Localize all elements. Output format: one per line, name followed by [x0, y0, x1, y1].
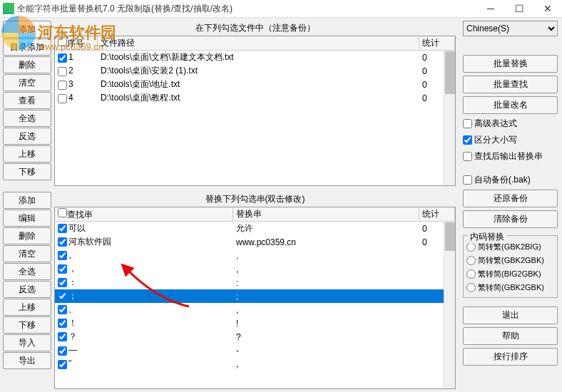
batch-rename-button[interactable]: 批量改名	[463, 96, 558, 114]
cell-replace: ?	[233, 332, 419, 342]
row-checkbox[interactable]	[58, 360, 67, 369]
close-button[interactable]: ✕	[533, 0, 562, 18]
auto-backup-checkbox[interactable]: 自动备份(.bak)	[463, 173, 558, 187]
row-checkbox[interactable]	[58, 319, 67, 328]
file-scrollbar[interactable]	[444, 51, 455, 185]
cell-path: D:\tools\桌面\教程.txt	[98, 92, 419, 104]
table-row[interactable]: ，,	[55, 262, 455, 276]
file-select-all-checkbox[interactable]	[58, 37, 67, 46]
cell-replace: ;	[233, 292, 419, 301]
replace-button-column: 添加编辑删除清空全选反选上移下移导入导出	[0, 189, 54, 392]
file-clear-button[interactable]: 清空	[3, 74, 51, 91]
cell-replace: .	[233, 251, 419, 261]
table-row[interactable]: —-	[55, 344, 455, 357]
file-delete-button[interactable]: 删除	[3, 56, 51, 73]
replace-move-down-button[interactable]: 下移	[3, 316, 51, 334]
table-row[interactable]: ？?	[55, 330, 455, 344]
app-icon	[3, 3, 14, 14]
minimize-button[interactable]: ─	[476, 0, 505, 18]
clear-backup-button[interactable]: 清除备份	[463, 210, 558, 228]
replace-move-up-button[interactable]: 上移	[3, 299, 51, 316]
file-move-up-button[interactable]: 上移	[3, 145, 51, 163]
replace-select-all-button[interactable]: 全选	[3, 263, 51, 280]
encode-option-3[interactable]: 繁转简(GBK2GBK)	[466, 281, 554, 294]
col-seq: 序号	[67, 38, 84, 48]
titlebar: 全能字符串批量替换机7.0 无限制版(替换/查找/抽取/改名) ─ ☐ ✕	[0, 0, 562, 18]
row-checkbox[interactable]	[58, 332, 67, 341]
file-table: 序号 文件路径 统计 1D:\tools\桌面\文档\新建文本文档.txt02D…	[54, 36, 456, 186]
row-checkbox[interactable]	[58, 53, 67, 63]
row-checkbox[interactable]	[58, 264, 67, 274]
table-row[interactable]: 3D:\tools\桌面\地址.txt0	[55, 78, 455, 91]
table-row[interactable]: 可以允许0	[55, 222, 455, 235]
replace-invert-button[interactable]: 反选	[3, 281, 51, 298]
file-add-dir-button[interactable]: 目录添加	[3, 38, 51, 56]
row-checkbox[interactable]	[58, 224, 67, 233]
file-table-body: 1D:\tools\桌面\文档\新建文本文档.txt02D:\tools\桌面\…	[55, 51, 455, 185]
row-checkbox[interactable]	[58, 94, 67, 103]
table-row[interactable]: ；;	[55, 289, 455, 303]
replace-edit-button[interactable]: 编辑	[3, 210, 51, 227]
file-table-header: 序号 文件路径 统计	[55, 36, 455, 51]
col-stat[interactable]: 统计	[419, 208, 455, 220]
exit-button[interactable]: 退出	[463, 306, 558, 324]
right-panel: Chinese(S) 批量替换 批量查找 批量改名 高级表达式 区分大小写 查找…	[459, 18, 562, 392]
table-row[interactable]: 河东软件园www.pc0359.cn0	[55, 235, 455, 249]
col-path[interactable]: 文件路径	[98, 37, 419, 49]
table-row[interactable]: 1D:\tools\桌面\文档\新建文本文档.txt0	[55, 51, 455, 64]
case-sensitive-checkbox[interactable]: 区分大小写	[463, 133, 558, 147]
row-checkbox[interactable]	[58, 67, 67, 76]
replace-table: 查找串 替换串 统计 可以允许0河东软件园www.pc0359.cn0。.，,：…	[54, 207, 456, 389]
help-button[interactable]: 帮助	[463, 327, 558, 345]
window-title: 全能字符串批量替换机7.0 无限制版(替换/查找/抽取/改名)	[17, 3, 476, 15]
cell-path: D:\tools\桌面\安装2 (1).txt	[98, 65, 419, 77]
batch-find-button[interactable]: 批量查找	[463, 76, 558, 93]
replace-clear-button[interactable]: 清空	[3, 245, 51, 262]
row-checkbox[interactable]	[58, 251, 67, 260]
col-find: 查找串	[67, 210, 93, 220]
encode-option-2[interactable]: 繁转简(BIG2GBK)	[466, 267, 554, 281]
sort-by-line-button[interactable]: 按行排序	[463, 348, 558, 366]
cell-path: D:\tools\桌面\文档\新建文本文档.txt	[98, 51, 419, 63]
replace-import-button[interactable]: 导入	[3, 334, 51, 351]
language-select[interactable]: Chinese(S)	[463, 21, 558, 36]
col-stat[interactable]: 统计	[419, 37, 455, 49]
cell-path: D:\tools\桌面\地址.txt	[98, 78, 419, 91]
replace-add-button[interactable]: 添加	[3, 192, 51, 209]
encode-group: 内码替换 简转繁(GBK2BIG)简转繁(GBK2GBK)繁转简(BIG2GBK…	[463, 235, 558, 298]
output-after-find-checkbox[interactable]: 查找后输出替换串	[463, 150, 558, 163]
row-checkbox[interactable]	[58, 278, 67, 287]
table-row[interactable]: 、,	[55, 303, 455, 316]
file-select-all-button[interactable]: 全选	[3, 110, 51, 127]
row-checkbox[interactable]	[58, 305, 67, 314]
file-section-title: 在下列勾选文件中（注意备份）	[54, 21, 456, 36]
cell-replace: ,	[233, 359, 419, 369]
replace-delete-button[interactable]: 删除	[3, 227, 51, 244]
encode-option-1[interactable]: 简转繁(GBK2GBK)	[466, 254, 554, 267]
encode-group-legend: 内码替换	[468, 231, 506, 243]
replace-scrollbar[interactable]	[444, 222, 455, 388]
row-checkbox[interactable]	[58, 81, 67, 90]
row-checkbox[interactable]	[58, 237, 67, 247]
replace-export-button[interactable]: 导出	[3, 352, 51, 369]
row-checkbox[interactable]	[58, 346, 67, 356]
table-row[interactable]: ：:	[55, 276, 455, 289]
table-row[interactable]: ！!	[55, 316, 455, 330]
file-add-button[interactable]: 添加	[3, 21, 51, 38]
cell-replace: 允许	[233, 222, 419, 234]
row-checkbox[interactable]	[58, 292, 67, 301]
table-row[interactable]: 。.	[55, 249, 455, 262]
file-invert-button[interactable]: 反选	[3, 128, 51, 145]
file-view-button[interactable]: 查看	[3, 92, 51, 109]
table-row[interactable]: 4D:\tools\桌面\教程.txt0	[55, 91, 455, 105]
adv-regex-checkbox[interactable]: 高级表达式	[463, 117, 558, 130]
table-row[interactable]: 2D:\tools\桌面\安装2 (1).txt0	[55, 64, 455, 78]
batch-replace-button[interactable]: 批量替换	[463, 55, 558, 73]
col-replace[interactable]: 替换串	[233, 208, 419, 220]
replace-select-all-checkbox[interactable]	[58, 208, 67, 217]
table-row[interactable]: ",	[55, 357, 455, 371]
file-move-down-button[interactable]: 下移	[3, 163, 51, 180]
restore-backup-button[interactable]: 还原备份	[463, 190, 558, 207]
cell-replace: ,	[233, 264, 419, 274]
maximize-button[interactable]: ☐	[505, 0, 533, 18]
